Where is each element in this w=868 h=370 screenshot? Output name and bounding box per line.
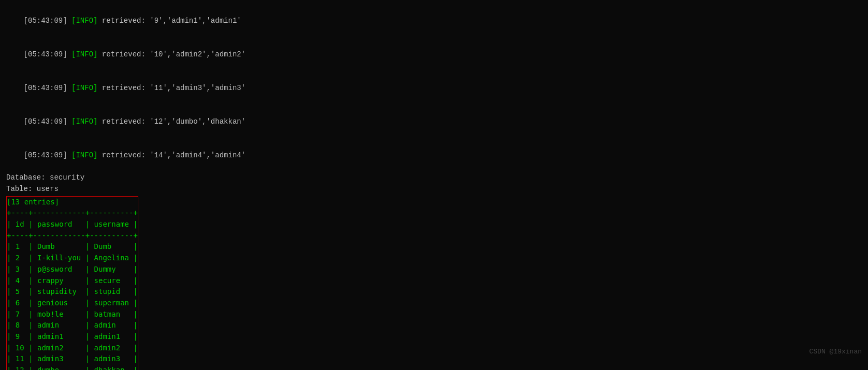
timestamp-1: [05:43:09]	[24, 17, 67, 25]
log-text-1: retrieved: '9','admin1','admin1'	[97, 17, 241, 25]
timestamp-5: [05:43:09]	[24, 151, 67, 159]
timestamp-2: [05:43:09]	[24, 50, 67, 58]
info-tag-5: [INFO]	[67, 151, 98, 159]
log-text-4: retrieved: '12','dumbo','dhakkan'	[97, 117, 245, 126]
log-text-2: retrieved: '10','admin2','admin2'	[97, 50, 245, 58]
log-line-5: [05:43:09] [INFO] retrieved: '14','admin…	[6, 139, 862, 172]
info-tag-3: [INFO]	[67, 84, 98, 92]
table-content: [13 entries] +----+------------+--------…	[7, 197, 138, 370]
log-line-4: [05:43:09] [INFO] retrieved: '12','dumbo…	[6, 105, 862, 139]
table-label: Table: users	[6, 184, 862, 195]
watermark: CSDN @19xinan	[809, 348, 862, 356]
info-tag-1: [INFO]	[67, 17, 98, 25]
table-container: [13 entries] +----+------------+--------…	[6, 196, 138, 370]
info-tag-4: [INFO]	[67, 117, 98, 126]
timestamp-3: [05:43:09]	[24, 84, 67, 92]
log-text-3: retrieved: '11','admin3','admin3'	[97, 84, 245, 92]
log-line-2: [05:43:09] [INFO] retrieved: '10','admin…	[6, 38, 862, 71]
info-tag-2: [INFO]	[67, 50, 98, 58]
timestamp-4: [05:43:09]	[24, 117, 67, 126]
log-text-5: retrieved: '14','admin4','admin4'	[97, 151, 245, 159]
db-label: Database: security	[6, 172, 862, 184]
log-line-1: [05:43:09] [INFO] retrieved: '9','admin1…	[6, 4, 862, 38]
log-line-3: [05:43:09] [INFO] retrieved: '11','admin…	[6, 71, 862, 105]
log-lines-top: [05:43:09] [INFO] retrieved: '9','admin1…	[6, 4, 862, 172]
